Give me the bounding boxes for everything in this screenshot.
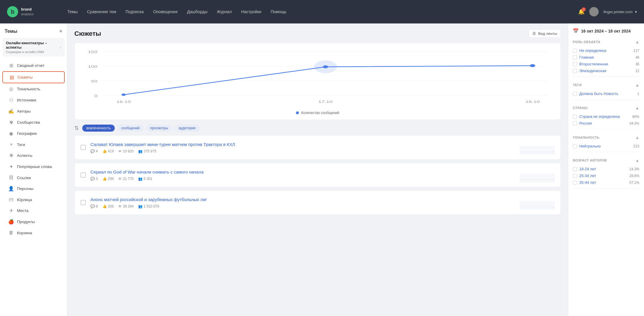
sparkline-1 bbox=[520, 168, 555, 182]
sidebar-item-yurlitsa[interactable]: 🗃 Юрлица bbox=[2, 194, 65, 205]
sidebar-item-ssylki[interactable]: ⛓ Ссылки bbox=[2, 172, 65, 183]
sparkline-0 bbox=[520, 140, 555, 155]
sidebar-item-soobshchestva[interactable]: ✾ Сообщества bbox=[2, 117, 65, 128]
svg-text:17.10: 17.10 bbox=[318, 100, 333, 103]
filter-section-toggle-4[interactable]: ▲ bbox=[635, 158, 639, 163]
filter-checkbox-3-0[interactable] bbox=[573, 144, 577, 148]
sidebar-topic[interactable]: Онлайн-кинотеатры – аспекты Соцмедиа и о… bbox=[2, 38, 65, 57]
sidebar-item-tonalnost[interactable]: ◎ Тональность bbox=[2, 84, 65, 94]
page-title: Сюжеты bbox=[74, 30, 101, 38]
filter-row-label-2-0[interactable]: Страна не определена bbox=[579, 114, 620, 119]
filter-row-label-4-0[interactable]: 18-24 лет bbox=[579, 167, 596, 171]
story-checkbox-0[interactable] bbox=[80, 145, 86, 150]
story-checkbox-1[interactable] bbox=[80, 172, 86, 178]
nav-right: 🔔 2 finger.printer.com ▾ bbox=[578, 7, 637, 16]
sidebar-item-produkty[interactable]: 🍎 Продукты bbox=[2, 216, 65, 227]
filter-section-toggle-1[interactable]: ▲ bbox=[635, 83, 639, 87]
add-topic-button[interactable]: + bbox=[59, 28, 62, 34]
sidebar-item-geografiya[interactable]: ◉ География bbox=[2, 128, 65, 139]
korzina-icon: 🗑 bbox=[8, 230, 14, 235]
story-card-2: Анонс матчей российской и зарубежных фут… bbox=[74, 190, 561, 215]
sidebar-item-istochniki[interactable]: ⚇ Источники bbox=[2, 95, 65, 106]
user-email[interactable]: finger.printer.com ▾ bbox=[603, 10, 637, 14]
sidebar-item-avtory[interactable]: ✍ Авторы bbox=[2, 106, 65, 117]
sidebar: Темы + Онлайн-кинотеатры – аспекты Соцме… bbox=[0, 23, 67, 316]
sidebar-item-persony[interactable]: 👤 Персоны bbox=[2, 183, 65, 194]
nav-link-сравнение-тем[interactable]: Сравнение тем bbox=[83, 7, 120, 16]
nav-link-подписка[interactable]: Подписка bbox=[121, 7, 148, 16]
filter-row-4-1: 25-34 лет 28.6% bbox=[573, 172, 639, 179]
filter-section-title-4: ВОЗРАСТ АВТОРОВ bbox=[573, 159, 607, 162]
filter-checkbox-0-1[interactable] bbox=[573, 55, 577, 60]
filter-tag-аудитория[interactable]: аудитория bbox=[174, 125, 200, 132]
story-title-2[interactable]: Анонс матчей российской и зарубежных фут… bbox=[90, 197, 515, 202]
story-posts-1: 💬 3 bbox=[90, 177, 98, 181]
filter-row-label-0-2[interactable]: Второстепенная bbox=[579, 62, 608, 66]
sidebar-item-svodny[interactable]: ⊞ Сводный отчет bbox=[2, 60, 65, 71]
topic-name: Онлайн-кинотеатры – аспекты bbox=[6, 41, 60, 50]
content-area: Сюжеты ☰ Вид ленты 150 100 50 0 bbox=[67, 23, 568, 316]
main-layout: Темы + Онлайн-кинотеатры – аспекты Соцме… bbox=[0, 23, 644, 316]
filter-section-toggle-0[interactable]: ▲ bbox=[635, 40, 639, 44]
sidebar-item-korzina[interactable]: 🗑 Корзина bbox=[2, 227, 65, 238]
filter-row-count-0-0: 117 bbox=[633, 49, 639, 53]
filter-row-count-2-1: 34.3% bbox=[629, 121, 639, 125]
filter-tag-сообщений[interactable]: сообщений bbox=[117, 125, 144, 132]
story-title-1[interactable]: Сериал по God of War начали снимать с са… bbox=[90, 169, 515, 174]
nav-link-дашборды[interactable]: Дашборды bbox=[183, 7, 212, 16]
filter-checkbox-0-3[interactable] bbox=[573, 69, 577, 73]
nav-link-помощь[interactable]: Помощь bbox=[266, 7, 290, 16]
notification-bell[interactable]: 🔔 2 bbox=[578, 9, 585, 15]
sidebar-item-mesta[interactable]: ✈ Места bbox=[2, 205, 65, 216]
filter-row-label-4-1[interactable]: 25-34 лет bbox=[579, 174, 596, 178]
svg-text:0: 0 bbox=[94, 94, 97, 98]
filter-section-toggle-3[interactable]: ▲ bbox=[635, 135, 639, 140]
filter-row-4-2: 35-44 лет 57.1% bbox=[573, 179, 639, 186]
filter-checkbox-4-2[interactable] bbox=[573, 181, 577, 185]
sidebar-item-label: Популярные слова bbox=[17, 164, 52, 169]
svg-text:150: 150 bbox=[88, 50, 97, 54]
sidebar-item-label: Юрлица bbox=[17, 198, 32, 202]
filter-checkbox-1-0[interactable] bbox=[573, 92, 577, 96]
filter-row-label-0-3[interactable]: Эпизодическая bbox=[579, 69, 606, 73]
story-sparkline-wrapper-2 bbox=[520, 195, 555, 210]
filter-row-label-4-2[interactable]: 35-44 лет bbox=[579, 180, 596, 185]
filter-row-label-3-0[interactable]: Нейтрально bbox=[579, 144, 601, 148]
filter-row-label-1-0[interactable]: Должна быть Новость bbox=[579, 91, 618, 96]
sort-icon[interactable]: ⇅ bbox=[74, 125, 79, 131]
story-title-0[interactable]: Салават Юлаев завершает мини-турне матче… bbox=[90, 142, 515, 147]
sidebar-item-populyarnye[interactable]: ✦ Популярные слова bbox=[2, 161, 65, 172]
filter-checkbox-4-1[interactable] bbox=[573, 174, 577, 178]
filter-section-4: ВОЗРАСТ АВТОРОВ ▲ 18-24 лет 14.3% 25-34 … bbox=[573, 158, 639, 188]
filter-checkbox-2-0[interactable] bbox=[573, 115, 577, 119]
filter-checkbox-0-2[interactable] bbox=[573, 62, 577, 66]
filter-row-label-2-1[interactable]: Россия bbox=[579, 121, 592, 125]
sparkline-2 bbox=[520, 195, 555, 210]
geografiya-icon: ◉ bbox=[8, 131, 14, 136]
produkty-icon: 🍎 bbox=[8, 219, 14, 225]
nav-link-настройки[interactable]: Настройки bbox=[237, 7, 266, 16]
filter-row-label-0-1[interactable]: Главная bbox=[579, 55, 594, 60]
filter-row-count-2-0: 66% bbox=[632, 115, 639, 119]
view-toggle-button[interactable]: ☰ Вид ленты bbox=[529, 29, 561, 38]
sidebar-item-aspekty[interactable]: ❋ Аспекты bbox=[2, 150, 65, 161]
aspekty-icon: ❋ bbox=[8, 153, 14, 158]
filter-checkbox-0-0[interactable] bbox=[573, 49, 577, 53]
filter-row-label-0-0[interactable]: Не определена bbox=[579, 48, 606, 53]
filter-checkbox-2-1[interactable] bbox=[573, 121, 577, 125]
sidebar-item-tegi[interactable]: ⌖ Теги bbox=[2, 139, 65, 150]
story-views-2: 👁 38 344 bbox=[118, 204, 133, 208]
nav-link-оповещения[interactable]: Оповещения bbox=[149, 7, 182, 16]
story-posts-2: 💬 9 bbox=[90, 204, 98, 208]
nav-link-темы[interactable]: Темы bbox=[63, 7, 82, 16]
svg-rect-19 bbox=[520, 201, 555, 210]
story-checkbox-2[interactable] bbox=[80, 200, 86, 205]
filter-tag-вовлеченность[interactable]: вовлеченность bbox=[82, 125, 115, 132]
sidebar-item-syuzhety[interactable]: ▤ Сюжеты bbox=[2, 71, 65, 83]
filter-checkbox-4-0[interactable] bbox=[573, 167, 577, 171]
avatar[interactable] bbox=[589, 7, 599, 16]
filter-section-toggle-2[interactable]: ▲ bbox=[635, 106, 639, 110]
filter-tag-просмотры[interactable]: просмотры bbox=[146, 125, 172, 132]
story-audience-1: 👥 5 301 bbox=[138, 177, 152, 181]
nav-link-журнал[interactable]: Журнал bbox=[213, 7, 236, 16]
